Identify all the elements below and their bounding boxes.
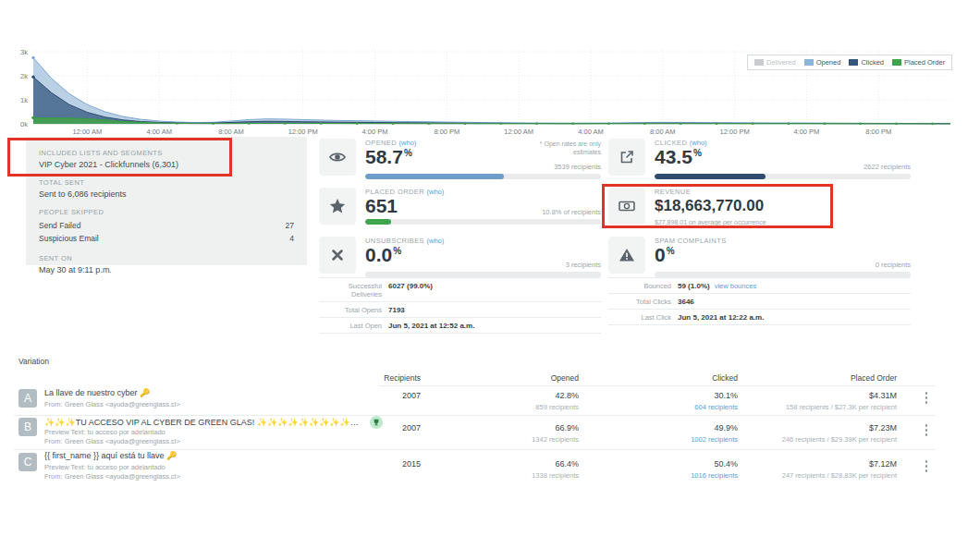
clicked-recipients: 2622 recipients (864, 163, 911, 171)
placed-order-share: 10.8% of recipients (542, 208, 601, 216)
legend-clicked[interactable]: Clicked (849, 58, 884, 67)
unsubscribes-unit: % (393, 246, 401, 256)
skipped-row-suspicious-email: Suspicious Email 4 (39, 232, 294, 245)
opened-recipients: 3539 recipients (554, 163, 601, 171)
people-skipped-label: PEOPLE SKIPPED (39, 208, 294, 216)
chart-legend: Delivered Opened Clicked Placed Order (747, 55, 952, 70)
opened-estimate-note: * Open rates are only estimates (518, 140, 601, 157)
legend-opened-label: Opened (816, 58, 841, 67)
total-sent-value: Sent to 6,086 recipients (39, 189, 294, 199)
clicked-progress-bar (655, 174, 911, 179)
svg-text:4:00 PM: 4:00 PM (362, 128, 388, 136)
divider (14, 449, 936, 450)
header-opened: Opened (440, 373, 579, 383)
variation-c-menu-button[interactable] (922, 460, 931, 472)
spam-complaints-unit: % (667, 246, 675, 256)
variation-b-opened-recipients: 1342 recipients (440, 435, 579, 444)
svg-text:12:00 AM: 12:00 AM (504, 128, 533, 136)
variation-a-subject[interactable]: La llave de nuestro cyber 🔑 (44, 388, 150, 397)
legend-clicked-label: Clicked (861, 58, 884, 67)
variation-c-from: From: Green Glass <ayuda@greenglass.cl> (44, 472, 180, 481)
annotation-box-revenue (602, 184, 833, 228)
placed-order-value: 651 (365, 195, 398, 216)
total-sent-section: TOTAL SENT Sent to 6,086 recipients (39, 178, 294, 199)
divider (379, 385, 936, 386)
spam-complaints-recipients: 0 recipients (876, 261, 911, 269)
variation-a-placed: $4.31M 158 recipients / $27.3K per recip… (703, 391, 897, 411)
opened-value: 58.7 (365, 146, 403, 167)
bounced-value: 59 (1.0%) (678, 282, 710, 290)
variation-a-recipients: 2007 (328, 391, 421, 400)
stat-clicked: CLICKED (who) 43.5% 2622 recipients (608, 139, 911, 179)
variation-b-preview: Preview Text: tu acceso por adelantado (44, 428, 165, 436)
variation-b-placed: $7.23M 246 recipients / $29.39K per reci… (703, 423, 897, 444)
suspicious-email-label: Suspicious Email (39, 234, 99, 243)
variation-c-placed-sub: 247 recipients / $28.83K per recipient (703, 471, 897, 480)
send-failed-label: Send Failed (39, 221, 80, 230)
svg-text:1k: 1k (20, 96, 28, 104)
unsubscribes-who-link[interactable]: (who) (426, 237, 444, 245)
summary-successful-deliveries: Successful Deliveries 6027 (99.0%) (319, 277, 601, 301)
total-clicks-value: 3646 (678, 298, 694, 306)
delivered-swatch-icon (754, 59, 764, 66)
variation-title: Variation (18, 357, 49, 366)
svg-text:12:00 PM: 12:00 PM (288, 128, 318, 136)
variation-b-opened: 66.9% 1342 recipients (440, 423, 579, 444)
legend-placed-order[interactable]: Placed Order (892, 58, 945, 67)
svg-text:8:00 AM: 8:00 AM (218, 128, 244, 136)
variation-b-placed-sub: 246 recipients / $29.39K per recipient (703, 435, 897, 444)
last-open-label: Last Open (319, 322, 382, 330)
header-placed-order: Placed Order (703, 373, 897, 383)
eye-icon (319, 139, 356, 176)
variation-c-subject[interactable]: {{ first_name }} aquí está tu llave 🔑 (44, 451, 177, 460)
summary-total-opens: Total Opens 7193 (319, 301, 601, 317)
warning-triangle-icon (608, 237, 645, 274)
external-link-icon (608, 139, 645, 176)
opened-progress-bar (365, 174, 601, 179)
suspicious-email-count: 4 (289, 234, 294, 243)
summary-total-clicks: Total Clicks 3646 (608, 293, 911, 309)
variation-b-from: From: Green Glass <ayuda@greenglass.cl> (44, 437, 180, 445)
last-click-label: Last Click (608, 313, 671, 322)
svg-text:8:00 AM: 8:00 AM (650, 128, 676, 136)
variation-c-opened: 66.4% 1338 recipients (440, 459, 579, 480)
variation-b-opened-pct: 66.9% (440, 423, 579, 432)
summary-last-click: Last Click Jun 5, 2021 at 12:22 a.m. (608, 309, 911, 325)
view-bounces-link[interactable]: view bounces (715, 282, 756, 290)
placed-order-progress-fill (365, 219, 391, 225)
successful-deliveries-label: Successful Deliveries (319, 282, 382, 298)
variation-a-opened: 42.8% 859 recipients (440, 391, 579, 411)
placed-order-who-link[interactable]: (who) (426, 188, 444, 196)
legend-delivered-label: Delivered (766, 58, 796, 67)
variation-a-menu-button[interactable] (922, 392, 931, 404)
variation-b-menu-button[interactable] (922, 424, 931, 436)
people-skipped-section: PEOPLE SKIPPED Send Failed 27 Suspicious… (39, 208, 294, 245)
clicked-value: 43.5 (655, 146, 692, 167)
clicked-swatch-icon (849, 59, 858, 66)
variation-c-opened-pct: 66.4% (440, 459, 579, 469)
header-recipients: Recipients (328, 373, 421, 383)
variation-c-placed: $7.12M 247 recipients / $28.83K per reci… (703, 459, 897, 480)
last-click-value: Jun 5, 2021 at 12:22 a.m. (678, 313, 764, 322)
svg-text:12:00 PM: 12:00 PM (720, 128, 750, 136)
unsubscribes-recipients: 3 recipients (566, 261, 601, 269)
placed-order-swatch-icon (892, 59, 901, 66)
annotation-box-lists (7, 138, 232, 177)
opened-progress-fill (365, 174, 504, 179)
total-opens-value: 7193 (388, 306, 405, 314)
summary-left: Successful Deliveries 6027 (99.0%) Total… (319, 277, 601, 334)
stat-placed-order: PLACED ORDER (who) 651 10.8% of recipien… (319, 188, 601, 225)
placed-order-progress-bar (365, 219, 601, 225)
unsubscribes-value: 0.0 (365, 244, 392, 265)
spam-complaints-value: 0 (655, 244, 666, 265)
variation-c-subject-text: {{ first_name }} aquí está tu llave 🔑 (44, 451, 177, 460)
sent-on-value: May 30 at 9:11 p.m. (39, 265, 294, 274)
svg-text:3k: 3k (20, 48, 28, 56)
last-open-value: Jun 5, 2021 at 12:52 a.m. (388, 322, 474, 330)
skipped-row-send-failed: Send Failed 27 (39, 219, 294, 232)
legend-opened[interactable]: Opened (804, 58, 841, 67)
svg-text:8:00 PM: 8:00 PM (865, 128, 891, 136)
variation-b-placed-value: $7.23M (703, 423, 897, 432)
clicked-progress-fill (655, 174, 766, 179)
legend-delivered[interactable]: Delivered (754, 58, 796, 67)
